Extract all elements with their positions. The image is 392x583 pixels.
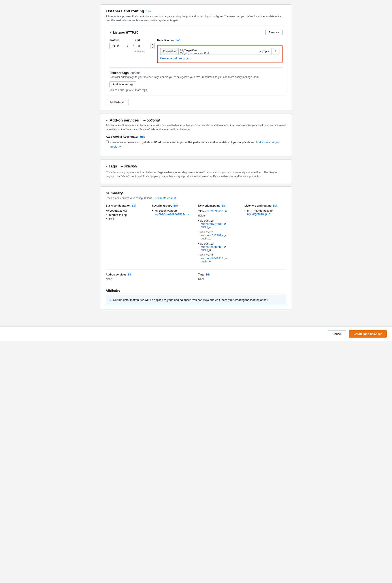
port-decrement-button[interactable]: ▼ [151, 46, 154, 49]
subnet-item-2: • us-east-1c subnet-c012398a public_2 [198, 230, 240, 240]
protocol-select[interactable]: HTTP HTTPS [110, 44, 125, 49]
cancel-button[interactable]: Cancel [328, 331, 346, 337]
default-action-group: Default action Info Forward to MyTargetG… [157, 39, 283, 63]
estimate-cost-link[interactable]: Estimate cost [156, 196, 176, 200]
tags-description: Consider adding tags to your load balanc… [106, 170, 286, 178]
refresh-button[interactable]: ↻ [273, 48, 280, 55]
target-group-select[interactable]: MyTargetGroup Target type: Instance, IPv… [178, 48, 258, 55]
collapse-triangle-icon[interactable] [110, 32, 112, 33]
tags-section: Tags – optional Consider adding tags to … [100, 159, 292, 183]
port-increment-button[interactable]: ▲ [151, 43, 154, 46]
colon-separator: : [133, 44, 134, 48]
summary-lb-name: MyLoadBalancer [106, 209, 148, 212]
summary-network-mapping-title: Network mapping Edit [198, 204, 240, 207]
default-action-title: Default action [157, 39, 174, 42]
create-target-group-link[interactable]: Create target group [160, 57, 280, 60]
http-dropdown-arrow-icon: ▼ [268, 50, 270, 53]
target-group-content: MyTargetGroup Target type: Instance, IPv… [178, 48, 258, 55]
summary-security-groups-title: Security groups Edit [152, 204, 194, 207]
forward-to-label: Forward to [160, 48, 178, 55]
default-action-header: Default action Info [157, 39, 283, 42]
subnet-item-1: • us-east-1b subnet-fb7214d5 public_4 [198, 219, 240, 229]
subnet-item-3: • us-east-1d subnet-e56b0fb9 public_3 [198, 242, 240, 252]
subnet-1-public: public_4 [198, 225, 240, 229]
summary-divider [106, 269, 286, 269]
listener-title: Listener HTTP:80 [110, 31, 138, 34]
default-action-box: Forward to MyTargetGroup Target type: In… [157, 45, 283, 63]
summary-addon-title: Add-on services Edit [106, 273, 194, 276]
summary-security-group-id-link[interactable]: sg-0b30dae2696e1528c [155, 213, 189, 216]
listener-tags-section: Listener tags optional – Consider adding… [110, 67, 282, 92]
listener-tags-title: Listener tags optional – [110, 71, 282, 75]
summary-addon-col: Add-on services Edit None [106, 273, 194, 280]
summary-ipv4: IPv4 [106, 217, 148, 220]
protocol-select-wrapper[interactable]: HTTP HTTPS ▼ [110, 43, 130, 49]
subnet-id-4-link[interactable]: subnet-1b441914 [201, 257, 227, 260]
create-load-balancer-button[interactable]: Create load balancer [349, 330, 387, 338]
subnet-id-3-link[interactable]: subnet-e56b0fb9 [201, 245, 226, 248]
az-3: • us-east-1d [198, 242, 240, 245]
listeners-routing-info-link[interactable]: Info [146, 10, 151, 13]
attributes-info-box: ℹ Certain default attributes will be app… [106, 295, 286, 305]
subnet1-external-link-icon [224, 223, 226, 225]
attributes-title: Attributes [106, 289, 286, 292]
vpc-label: VPC [198, 209, 204, 212]
port-label: Port [135, 39, 154, 42]
listener-form-row: Protocol HTTP HTTPS ▼ : Port [110, 39, 282, 63]
subnet-id-2-link[interactable]: subnet-c012398a [201, 234, 226, 237]
security-groups-edit-link[interactable]: Edit [174, 204, 178, 207]
vpc-id-link[interactable]: vpc-2009bd5a [205, 209, 227, 213]
summary-subtitle: Review and confirm your configurations. … [106, 196, 286, 200]
listeners-routing-title: Listeners and routing Info [106, 9, 286, 14]
summary-addon-value: None [106, 277, 194, 280]
port-hint: 1-65535 [135, 50, 154, 53]
tags-section-title: Tags – optional [106, 164, 286, 169]
create-accelerator-checkbox[interactable] [106, 141, 108, 143]
addon-expand-icon[interactable] [106, 120, 108, 121]
network-mapping-edit-link[interactable]: Edit [222, 204, 226, 207]
port-form-group: Port ▲ ▼ 1-65535 [135, 39, 154, 53]
estimate-cost-external-icon [174, 197, 176, 199]
listeners-edit-link[interactable]: Edit [273, 204, 278, 207]
add-listener-tag-button[interactable]: Add listener tag [110, 81, 136, 87]
summary-tags-title: Tags Edit [198, 273, 286, 276]
port-group: : Port ▲ ▼ 1-65535 [133, 39, 154, 53]
listener-tags-optional: optional [130, 71, 141, 75]
sg-external-link-icon [187, 214, 189, 216]
add-listener-button[interactable]: Add listener [106, 99, 128, 105]
remove-listener-button[interactable]: Remove [265, 30, 282, 35]
summary-bottom-grid: Add-on services Edit None Tags Edit None [106, 273, 286, 280]
summary-target-group-link[interactable]: MyTargetGroup [247, 212, 270, 216]
summary-security-group-name: MySecurityGroup [152, 209, 194, 212]
accelerator-checkbox-label: Create an accelerator to get static IP a… [110, 140, 286, 149]
subnet-id-1-link[interactable]: subnet-fb7214d5 [201, 222, 226, 225]
summary-listeners-title: Listeners and routing Edit [244, 204, 286, 207]
aws-ga-info-link[interactable]: Info [140, 135, 146, 138]
listener-title-text: Listener HTTP:80 [113, 31, 138, 34]
subnet2-external-link-icon [224, 235, 226, 237]
aws-ga-title: AWS Global Accelerator Info [106, 135, 286, 138]
http-protocol-text: HTTP [259, 50, 267, 53]
summary-section: Summary Review and confirm your configur… [100, 186, 292, 310]
listener-header: Listener HTTP:80 Remove [110, 30, 282, 35]
protocol-dropdown-arrow-icon: ▼ [125, 45, 130, 47]
summary-tags-value: None [198, 277, 286, 280]
target-group-external-link-icon [268, 213, 270, 215]
az-4: • us-east-1f [198, 253, 240, 257]
basic-config-edit-link[interactable]: Edit [132, 204, 136, 207]
charges-external-link-icon [118, 146, 121, 148]
tags-collapsed-arrow-icon[interactable] [106, 165, 107, 167]
default-action-info-link[interactable]: Info [176, 39, 181, 42]
subnet-3-public: public_3 [198, 248, 240, 252]
target-group-type: Target type: Instance, IPv4 [180, 52, 256, 55]
summary-tags-edit-link[interactable]: Edit [206, 273, 210, 276]
listeners-routing-description: A listener is a process that checks for … [106, 14, 286, 22]
summary-divider-2 [106, 285, 286, 285]
section-title-text: Listeners and routing [106, 9, 144, 14]
port-input[interactable] [135, 44, 150, 49]
addon-services-edit-link[interactable]: Edit [128, 273, 132, 276]
addon-services-section: Add-on services – optional Additional AW… [100, 114, 292, 156]
summary-basic-config-title: Basic configuration Edit [106, 204, 148, 207]
footer-bar: Cancel Create load balancer [0, 327, 392, 341]
http-protocol-wrapper[interactable]: HTTP ▼ [258, 48, 272, 55]
